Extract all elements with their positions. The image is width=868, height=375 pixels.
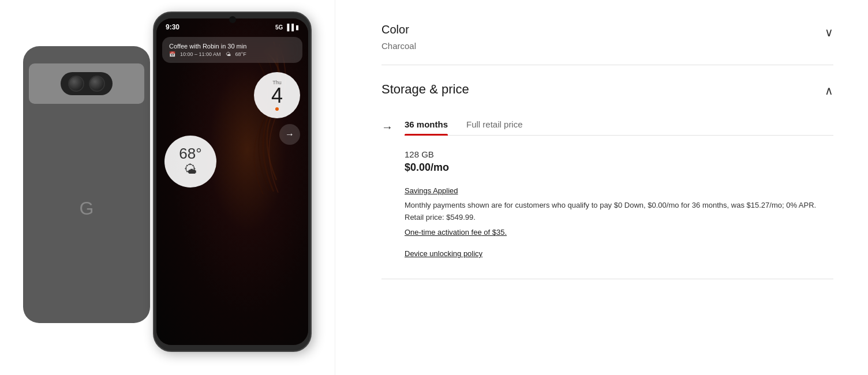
phone-back: G — [23, 46, 150, 323]
lens-left — [68, 76, 84, 92]
camera-notch — [229, 16, 236, 23]
tab-36-months[interactable]: 36 months — [405, 114, 448, 135]
notification-temp: 68°F — [235, 51, 246, 57]
section-arrow-icon: → — [381, 114, 393, 134]
phone-front: 9:30 5G ▐▐ ▮ Coffee with Robin in 30 min… — [153, 12, 312, 352]
storage-size: 128 GB — [405, 149, 833, 159]
activation-fee-amount: of $35. — [482, 228, 507, 237]
activation-fee-label: One-time activation fee — [405, 228, 482, 237]
screen-arrow-button[interactable]: → — [279, 124, 300, 145]
phone-wrapper: G — [23, 12, 312, 363]
activation-fee-link[interactable]: One-time activation fee of $35. — [405, 227, 833, 239]
tab-full-retail-label: Full retail price — [466, 119, 523, 129]
signal-5g: 5G — [275, 24, 283, 31]
savings-block: Savings Applied Monthly payments shown a… — [405, 185, 833, 260]
signal-bars-icon: ▐▐ — [285, 24, 294, 31]
weather-temperature: 68° — [179, 146, 201, 161]
price-tabs: 36 months Full retail price — [405, 114, 833, 136]
tab-36-months-label: 36 months — [405, 119, 448, 129]
color-section[interactable]: Color Charcoal ∨ — [381, 23, 833, 65]
sun-icon: 🌤 — [184, 162, 197, 177]
phone-screen: 9:30 5G ▐▐ ▮ Coffee with Robin in 30 min… — [156, 18, 308, 345]
device-unlocking-link[interactable]: Device unlocking policy — [405, 248, 833, 260]
color-chevron-down-icon[interactable]: ∨ — [825, 25, 833, 39]
color-info: Color Charcoal — [381, 23, 416, 51]
date-widget: Thu 4 — [254, 72, 300, 118]
camera-lens — [61, 72, 113, 95]
notification-card: Coffee with Robin in 30 min 📅 10:00 – 11… — [162, 37, 302, 63]
status-icons: 5G ▐▐ ▮ — [275, 24, 299, 31]
savings-text: Monthly payments shown are for customers… — [405, 200, 833, 224]
calendar-icon: 📅 — [169, 51, 175, 57]
status-time: 9:30 — [166, 23, 179, 31]
notification-time: 10:00 – 11:00 AM — [180, 51, 221, 57]
color-value: Charcoal — [381, 41, 416, 51]
google-g-logo: G — [80, 198, 94, 219]
notification-title: Coffee with Robin in 30 min — [169, 43, 295, 50]
storage-content-row: → 36 months Full retail price 128 GB — [381, 114, 833, 260]
tab-full-retail[interactable]: Full retail price — [466, 114, 523, 135]
camera-bar — [29, 63, 144, 104]
monthly-price: $0.00/mo — [405, 162, 833, 174]
storage-price-block: 128 GB $0.00/mo — [405, 149, 833, 174]
weather-emoji-icon: 🌤 — [226, 51, 231, 57]
color-label: Color — [381, 23, 416, 36]
lens-right — [89, 76, 105, 92]
details-section: Color Charcoal ∨ Storage & price ∧ → 36 … — [335, 0, 868, 375]
storage-section: Storage & price ∧ → 36 months Full retai… — [381, 65, 833, 260]
storage-chevron-up-icon[interactable]: ∧ — [825, 84, 833, 97]
notification-details: 📅 10:00 – 11:00 AM 🌤 68°F — [169, 51, 295, 57]
date-dot — [275, 107, 279, 111]
storage-title: Storage & price — [381, 82, 469, 97]
date-number: 4 — [271, 85, 283, 106]
bottom-divider — [381, 279, 833, 279]
weather-widget: 68° 🌤 — [164, 136, 216, 187]
battery-icon: ▮ — [295, 24, 299, 31]
page-container: G — [0, 0, 868, 375]
storage-content: 36 months Full retail price 128 GB $0.00… — [405, 114, 833, 260]
savings-applied-link[interactable]: Savings Applied — [405, 185, 833, 197]
widgets-area: Thu 4 68° 🌤 → — [156, 66, 308, 228]
phone-section: G — [0, 0, 335, 375]
storage-header[interactable]: Storage & price ∧ — [381, 81, 833, 97]
